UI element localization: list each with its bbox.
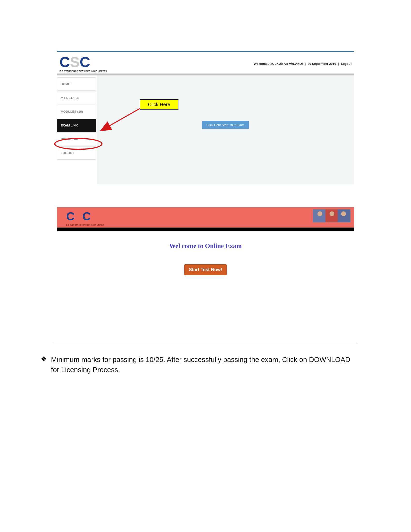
- sidebar-nav: HOME MY DETAILS MODULES (16) EXAM LINK D…: [57, 76, 97, 184]
- click-here-callout: Click Here: [140, 99, 178, 110]
- sidebar-item-exam-link[interactable]: EXAM LINK: [57, 119, 96, 132]
- start-exam-button[interactable]: Click Here Start Your Exam: [202, 121, 249, 129]
- screenshot-bottom: C S C E-GOVERNANCE SERVICES INDIA LIMITE…: [57, 207, 354, 275]
- logo-letter-c1: C: [66, 211, 75, 222]
- separator: |: [338, 62, 339, 66]
- exam-content: Wel come to Online Exam Start Test Now!: [57, 231, 354, 275]
- app-body: HOME MY DETAILS MODULES (16) EXAM LINK D…: [57, 76, 354, 184]
- bullet-icon: ❖: [41, 355, 47, 375]
- separator: |: [305, 62, 306, 66]
- logo-letter-c2: C: [83, 211, 91, 222]
- sidebar-item-logout[interactable]: LOGOUT: [57, 146, 96, 160]
- exam-welcome-title: Wel come to Online Exam: [57, 242, 354, 250]
- logo-letter-s: S: [70, 55, 80, 69]
- sidebar-item-my-details[interactable]: MY DETAILS: [57, 91, 96, 104]
- banner-blackbar: [57, 228, 354, 231]
- sidebar-item-modules[interactable]: MODULES (16): [57, 105, 96, 118]
- start-test-button[interactable]: Start Test Now!: [184, 264, 227, 275]
- main-content: Click Here Start Your Exam: [97, 76, 354, 184]
- csc-logo-block: C S C E-GOVERNANCE SERVICES INDIA LIMITE…: [59, 55, 107, 72]
- logo-tagline: E-GOVERNANCE SERVICES INDIA LIMITED: [59, 70, 107, 72]
- horizontal-divider: [53, 343, 358, 343]
- app-header: C S C E-GOVERNANCE SERVICES INDIA LIMITE…: [57, 52, 354, 76]
- logo-tagline: E-GOVERNANCE SERVICES INDIA LIMITED: [66, 224, 104, 226]
- csc-logo-block: C S C E-GOVERNANCE SERVICES INDIA LIMITE…: [66, 209, 104, 226]
- csc-logo: C S C: [66, 211, 96, 222]
- header-date: 20 September 2019: [308, 62, 336, 66]
- logo-letter-c1: C: [59, 55, 70, 69]
- banner-people-image: [313, 209, 351, 222]
- sidebar-item-download[interactable]: DOWNLOAD: [57, 133, 96, 146]
- csc-logo: C S C: [59, 55, 107, 69]
- welcome-text: Welcome ATULKUMAR VALAND!: [254, 62, 303, 66]
- logo-letter-c2: C: [80, 55, 90, 69]
- screenshot-top: C S C E-GOVERNANCE SERVICES INDIA LIMITE…: [57, 51, 354, 184]
- logout-link[interactable]: Logout: [341, 62, 352, 66]
- instruction-bullet: ❖ Minimum marks for passing is 10/25. Af…: [41, 354, 354, 375]
- header-userinfo: Welcome ATULKUMAR VALAND! | 20 September…: [254, 62, 352, 66]
- exam-banner: C S C E-GOVERNANCE SERVICES INDIA LIMITE…: [57, 207, 354, 228]
- instruction-text: Minimum marks for passing is 10/25. Afte…: [51, 354, 351, 375]
- logo-letter-s: S: [75, 211, 83, 222]
- sidebar-item-home[interactable]: HOME: [57, 77, 96, 91]
